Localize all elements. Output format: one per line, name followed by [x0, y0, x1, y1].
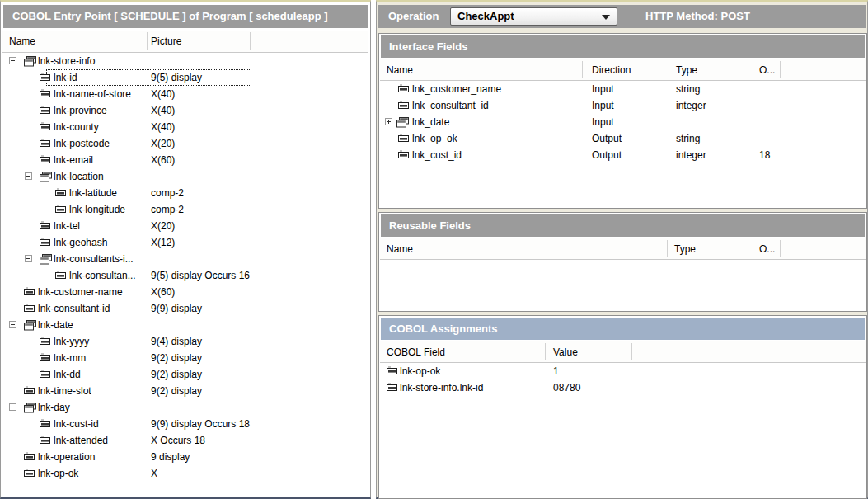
tree-row[interactable]: lnk-consultan...9(5) display Occurs 16: [2, 267, 368, 284]
assignment-row[interactable]: lnk-store-info.lnk-id08780: [380, 379, 866, 396]
tree-row[interactable]: lnk-id9(5) display: [2, 69, 368, 86]
left-table-header: Name Picture: [2, 31, 368, 53]
tree-row[interactable]: lnk-longitudecomp-2: [2, 201, 368, 218]
tree-row[interactable]: lnk-dd9(2) display: [2, 366, 368, 383]
row-type: string: [676, 130, 700, 147]
tree-row[interactable]: lnk-day: [2, 399, 368, 416]
row-name: lnk-consultants-i...: [54, 251, 134, 267]
field-icon: [40, 371, 50, 378]
row-picture: 9(5) display: [151, 69, 202, 86]
row-picture: X(40): [151, 102, 175, 119]
row-name: lnk-cust-id: [54, 416, 99, 432]
cobol-assignments-table: lnk-op-ok1lnk-store-info.lnk-id08780: [380, 363, 866, 497]
tree-row[interactable]: lnk-store-info: [2, 53, 368, 69]
column-separator: [780, 61, 781, 78]
row-name: lnk-dd: [54, 366, 81, 383]
column-header-name[interactable]: Name: [387, 238, 413, 260]
row-picture: 9(9) display Occurs 18: [151, 416, 250, 432]
field-icon: [24, 388, 35, 394]
collapse-minus-toggle[interactable]: [9, 57, 16, 64]
field-icon: [55, 206, 66, 213]
tree-row[interactable]: lnk-yyyy9(4) display: [2, 333, 368, 350]
column-header-type[interactable]: Type: [674, 238, 696, 260]
interface-field-row[interactable]: lnk_cust_idOutputinteger18: [380, 147, 866, 163]
column-separator: [667, 240, 668, 257]
row-name: lnk-province: [54, 102, 107, 119]
interface-field-row[interactable]: lnk_op_okOutputstring: [380, 130, 866, 147]
tree-row[interactable]: lnk-geohashX(12): [2, 234, 368, 251]
reusable-fields-title: Reusable Fields: [381, 214, 865, 237]
operation-detail-panel: Operation CheckAppt HTTP Method: POST In…: [376, 0, 868, 499]
field-icon: [24, 305, 35, 312]
tree-row[interactable]: lnk-date: [2, 317, 368, 333]
operation-select[interactable]: CheckAppt: [450, 7, 617, 26]
field-icon: [55, 272, 66, 279]
field-icon: [40, 124, 50, 130]
tree-row[interactable]: lnk-attendedX Occurs 18: [2, 432, 368, 449]
column-separator: [582, 61, 583, 78]
collapse-minus-toggle[interactable]: [25, 255, 32, 262]
collapse-minus-toggle[interactable]: [9, 403, 16, 411]
expand-plus-toggle[interactable]: [385, 118, 392, 125]
row-value: 1: [553, 363, 559, 379]
column-header-occurs[interactable]: O...: [759, 59, 775, 81]
left-panel-title: COBOL Entry Point [ SCHEDULE ] of Progra…: [3, 5, 368, 28]
tree-row[interactable]: lnk-postcodeX(20): [2, 135, 368, 152]
group-icon: [396, 117, 409, 128]
tree-row[interactable]: lnk-name-of-storeX(40): [2, 86, 368, 102]
tree-row[interactable]: lnk-telX(20): [2, 218, 368, 234]
column-header-type[interactable]: Type: [676, 59, 697, 81]
row-picture: X(60): [151, 284, 175, 300]
collapse-minus-toggle[interactable]: [25, 172, 32, 180]
tree-row[interactable]: lnk-consultant-id9(9) display: [2, 300, 368, 317]
column-header-direction[interactable]: Direction: [592, 59, 631, 81]
row-name: lnk-name-of-store: [54, 86, 131, 102]
row-name: lnk-latitude: [69, 185, 117, 201]
interface-field-row[interactable]: lnk_customer_nameInputstring: [380, 81, 866, 97]
interface-fields-section: Interface Fields Name Direction Type O..…: [378, 33, 867, 209]
column-separator: [147, 32, 148, 50]
tree-row[interactable]: lnk-operation9 display: [2, 449, 368, 465]
assignment-row[interactable]: lnk-op-ok1: [380, 363, 866, 379]
tree-row[interactable]: lnk-consultants-i...: [2, 251, 368, 267]
interface-field-row[interactable]: lnk_dateInput: [380, 114, 866, 130]
tree-row[interactable]: lnk-time-slot9(2) display: [2, 383, 368, 399]
tree-row[interactable]: lnk-location: [2, 168, 368, 185]
row-name: lnk-time-slot: [38, 383, 91, 399]
tree-row[interactable]: lnk-customer-nameX(60): [2, 284, 368, 300]
column-header-name[interactable]: Name: [9, 31, 35, 52]
column-header-value[interactable]: Value: [553, 341, 578, 363]
tree-row[interactable]: lnk-mm9(2) display: [2, 350, 368, 366]
column-separator: [669, 61, 669, 78]
chevron-down-icon[interactable]: [602, 15, 610, 20]
row-picture: 9(2) display: [151, 350, 202, 366]
http-method-label: HTTP Method: POST: [645, 5, 750, 28]
row-direction: Input: [592, 81, 614, 97]
interface-fields-title: Interface Fields: [381, 35, 865, 58]
tree-row[interactable]: lnk-countyX(40): [2, 119, 368, 135]
row-name: lnk-store-info: [38, 53, 95, 69]
row-name: lnk-mm: [54, 350, 86, 366]
tree-row[interactable]: lnk-cust-id9(9) display Occurs 18: [2, 416, 368, 432]
group-icon: [24, 56, 36, 67]
field-icon: [398, 86, 409, 92]
tree-row[interactable]: lnk-latitudecomp-2: [2, 185, 368, 201]
cobol-assignments-title: COBOL Assignments: [381, 318, 865, 340]
row-name: lnk-tel: [54, 218, 80, 234]
tree-row[interactable]: lnk-provinceX(40): [2, 102, 368, 119]
row-name: lnk-operation: [38, 449, 95, 465]
row-picture: 9(2) display: [151, 366, 202, 383]
column-header-name[interactable]: Name: [387, 59, 413, 81]
row-name: lnk-yyyy: [54, 333, 89, 350]
row-picture: comp-2: [151, 185, 184, 201]
tree-row[interactable]: lnk-op-okX: [2, 465, 368, 482]
column-header-occurs[interactable]: O...: [759, 238, 775, 260]
selection-focus-rect: [47, 70, 251, 85]
row-picture: X(40): [151, 119, 175, 135]
interface-field-row[interactable]: lnk_consultant_idInputinteger: [380, 97, 866, 114]
row-picture: X(20): [151, 218, 175, 234]
collapse-minus-toggle[interactable]: [9, 321, 16, 328]
column-header-cobol-field[interactable]: COBOL Field: [387, 341, 445, 363]
column-header-picture[interactable]: Picture: [151, 31, 181, 52]
tree-row[interactable]: lnk-emailX(60): [2, 152, 368, 168]
